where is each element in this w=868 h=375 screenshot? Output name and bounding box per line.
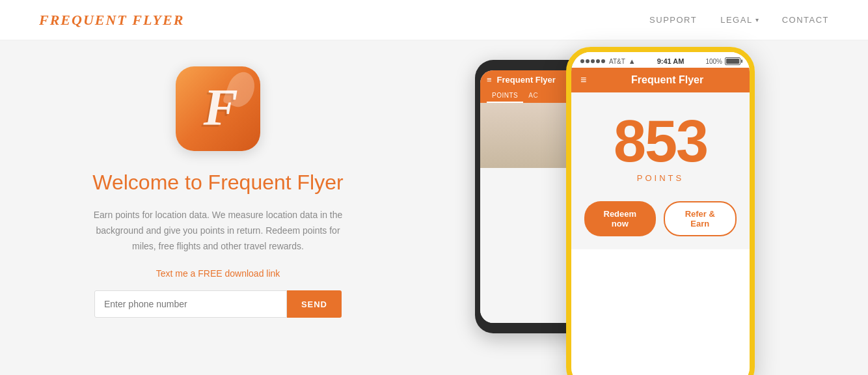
battery-area: 100%	[705, 57, 740, 65]
back-hamburger-icon: ≡	[487, 75, 492, 85]
app-icon	[176, 66, 260, 151]
back-tab-ac[interactable]: AC	[523, 89, 543, 103]
welcome-title: Welcome to Frequent Flyer	[92, 171, 343, 195]
signal-dot-1	[580, 59, 584, 63]
points-label: POINTS	[637, 173, 684, 183]
nav-contact[interactable]: CONTACT	[782, 15, 829, 25]
redeem-button[interactable]: Redeem now	[584, 201, 656, 236]
phone-input-row: SEND	[94, 290, 342, 318]
back-app-title: Frequent Flyer	[497, 75, 556, 85]
phone-mockup-section: ≡ Frequent Flyer POINTS AC ★	[436, 40, 868, 375]
signal-dot-5	[601, 59, 605, 63]
cta-link[interactable]: Text me a FREE download link	[156, 268, 280, 279]
signal-dot-2	[586, 59, 590, 63]
signal-dot-4	[596, 59, 600, 63]
phone-input[interactable]	[94, 290, 287, 318]
back-tab-points[interactable]: POINTS	[487, 89, 523, 103]
nav-legal-link[interactable]: LEGAL	[720, 15, 752, 25]
points-value: 853	[614, 112, 707, 171]
refer-button[interactable]: Refer & Earn	[664, 201, 737, 236]
signal-dot-3	[591, 59, 595, 63]
time-display: 9:41 AM	[657, 57, 685, 65]
hamburger-icon[interactable]: ≡	[580, 74, 586, 86]
nav-legal[interactable]: LEGAL ▾	[720, 15, 758, 25]
chevron-down-icon: ▾	[755, 16, 759, 23]
nav: SUPPORT LEGAL ▾ CONTACT	[649, 15, 829, 25]
hero-section: Welcome to Frequent Flyer Earn points fo…	[0, 40, 436, 375]
main-content: Welcome to Frequent Flyer Earn points fo…	[0, 40, 868, 375]
cta-text: Text me a FREE download link	[156, 268, 280, 279]
phone-front-inner: AT&T ▲ 9:41 AM 100% ≡ Frequent Flyer	[571, 52, 750, 375]
nav-support[interactable]: SUPPORT	[649, 15, 697, 25]
hero-description: Earn points for location data. We measur…	[88, 208, 348, 254]
battery-bar	[725, 57, 740, 65]
battery-fill	[726, 59, 739, 64]
send-button[interactable]: SEND	[287, 290, 342, 318]
logo: Frequent Flyer	[39, 12, 184, 29]
front-app-header: ≡ Frequent Flyer	[571, 68, 750, 92]
phone-front-mockup: AT&T ▲ 9:41 AM 100% ≡ Frequent Flyer	[566, 47, 755, 375]
wifi-icon: ▲	[629, 57, 636, 65]
action-buttons: Redeem now Refer & Earn	[584, 201, 737, 236]
battery-percent: 100%	[705, 58, 722, 65]
phone-statusbar: AT&T ▲ 9:41 AM 100%	[571, 52, 750, 68]
front-app-title: Frequent Flyer	[594, 74, 740, 86]
header: Frequent Flyer SUPPORT LEGAL ▾ CONTACT	[0, 0, 868, 40]
carrier-text: AT&T	[609, 58, 625, 65]
signal-area: AT&T ▲	[580, 57, 636, 65]
app-icon-shine	[223, 68, 259, 111]
points-display: 853 POINTS Redeem now Refer & Earn	[571, 92, 750, 249]
